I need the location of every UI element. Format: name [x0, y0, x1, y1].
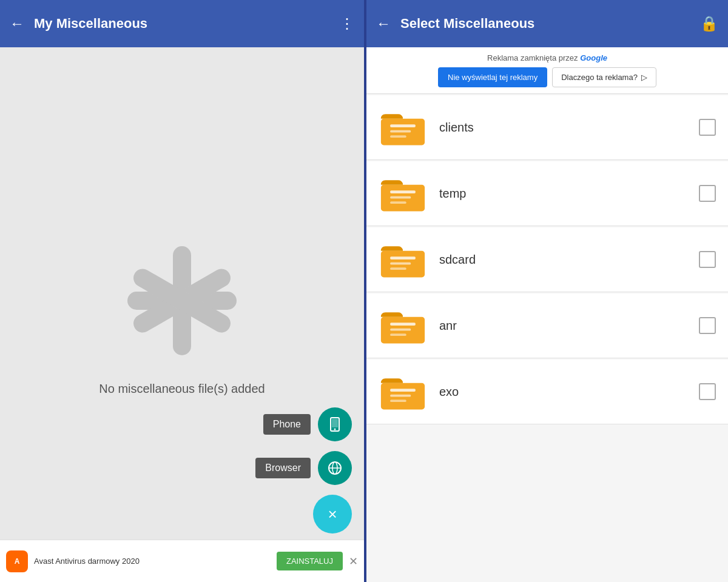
svg-point-6 — [334, 429, 336, 430]
lock-icon: 🔒 — [700, 15, 718, 32]
left-title: My Miscellaneous — [34, 16, 330, 32]
ad-banner-text: Reklama zamknięta przez Google — [376, 53, 718, 62]
folder-icon — [379, 238, 427, 281]
ad-logo: A — [6, 550, 28, 572]
folder-checkbox[interactable] — [699, 185, 716, 202]
folder-checkbox[interactable] — [699, 251, 716, 268]
fab-phone-button[interactable] — [318, 407, 352, 441]
folder-item[interactable]: anr — [366, 293, 728, 358]
svg-rect-13 — [390, 135, 406, 138]
folder-name: temp — [439, 187, 687, 201]
folder-icon — [379, 106, 427, 149]
close-icon: × — [328, 505, 337, 524]
folder-name: clients — [439, 121, 687, 135]
ad-close-button[interactable]: ✕ — [349, 555, 358, 568]
folder-item[interactable]: exo — [366, 360, 728, 424]
svg-rect-5 — [332, 419, 338, 427]
folder-icon — [379, 304, 427, 347]
svg-rect-29 — [390, 400, 406, 402]
ad-text: Avast Antivirus darmowy 2020 — [34, 557, 271, 566]
left-back-button[interactable]: ← — [10, 15, 24, 32]
folder-list: clients temp — [366, 94, 728, 582]
svg-rect-19 — [390, 256, 416, 259]
fab-close-row: × — [313, 495, 352, 534]
svg-rect-16 — [390, 196, 411, 199]
fab-browser-button[interactable] — [318, 451, 352, 485]
bottom-ad-bar: A Avast Antivirus darmowy 2020 ZAINSTALU… — [0, 540, 364, 582]
svg-rect-25 — [390, 333, 406, 336]
folder-checkbox[interactable] — [699, 119, 716, 136]
asterisk-icon — [115, 234, 249, 370]
left-content: No miscellaneous file(s) added Phone Bro… — [0, 47, 364, 582]
svg-rect-21 — [390, 267, 406, 270]
left-menu-button[interactable]: ⋮ — [340, 15, 354, 32]
fab-browser-label: Browser — [255, 458, 311, 478]
left-header: ← My Miscellaneous ⋮ — [0, 0, 364, 47]
right-title: Select Miscellaneous — [400, 16, 690, 32]
fab-close-button[interactable]: × — [313, 495, 352, 534]
folder-icon — [379, 370, 427, 413]
ad-hide-button[interactable]: Nie wyświetlaj tej reklamy — [438, 67, 547, 87]
fab-phone-row: Phone — [263, 407, 352, 441]
ad-banner-buttons: Nie wyświetlaj tej reklamy Dlaczego ta r… — [376, 67, 718, 87]
svg-rect-11 — [390, 124, 416, 127]
fab-phone-label: Phone — [263, 414, 311, 435]
svg-rect-23 — [390, 323, 416, 326]
ad-install-button[interactable]: ZAINSTALUJ — [277, 552, 343, 570]
svg-rect-28 — [390, 395, 411, 397]
folder-item[interactable]: temp — [366, 161, 728, 226]
ad-banner: Reklama zamknięta przez Google Nie wyświ… — [366, 47, 728, 94]
folder-name: exo — [439, 385, 687, 399]
folder-item[interactable]: sdcard — [366, 227, 728, 292]
svg-rect-27 — [390, 389, 416, 392]
left-panel: ← My Miscellaneous ⋮ No miscellaneous fi… — [0, 0, 364, 582]
folder-checkbox[interactable] — [699, 317, 716, 334]
svg-rect-17 — [390, 201, 406, 204]
svg-rect-24 — [390, 329, 411, 331]
folder-name: anr — [439, 319, 687, 333]
right-back-button[interactable]: ← — [376, 15, 391, 32]
folder-item[interactable]: clients — [366, 95, 728, 160]
right-header: ← Select Miscellaneous 🔒 — [366, 0, 728, 47]
folder-checkbox[interactable] — [699, 383, 716, 400]
no-files-message: No miscellaneous file(s) added — [99, 382, 265, 396]
right-panel: ← Select Miscellaneous 🔒 Reklama zamknię… — [366, 0, 728, 582]
svg-rect-15 — [390, 190, 416, 193]
folder-name: sdcard — [439, 253, 687, 267]
svg-rect-20 — [390, 263, 411, 265]
ad-why-button[interactable]: Dlaczego ta reklama? ▷ — [552, 67, 656, 87]
folder-icon — [379, 172, 427, 215]
fab-browser-row: Browser — [255, 451, 352, 485]
svg-rect-12 — [390, 130, 411, 133]
fab-area: Phone Browser — [255, 407, 352, 534]
